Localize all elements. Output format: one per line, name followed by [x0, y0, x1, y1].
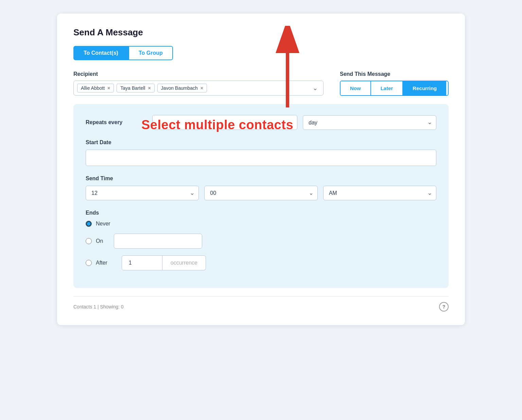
ampm-select-wrapper: AMPM: [323, 186, 436, 200]
ends-label: Ends: [86, 210, 436, 216]
ends-on-row: On: [86, 234, 436, 249]
send-this-label: Send This Message: [340, 71, 449, 77]
arrow-svg: [274, 26, 301, 114]
day-select[interactable]: day week month year: [303, 115, 436, 130]
after-occurrences-input[interactable]: [122, 255, 162, 270]
recipient-dropdown-arrow[interactable]: ⌄: [311, 83, 320, 93]
tab-to-contacts[interactable]: To Contact(s): [73, 46, 128, 60]
send-time-label: Send Time: [86, 175, 436, 182]
start-date-input[interactable]: [86, 150, 436, 166]
ends-never-row: Never: [86, 221, 436, 227]
tag-taya-name: Taya Bartell: [120, 85, 145, 91]
send-timing-buttons: Now Later Recurring: [340, 81, 449, 96]
footer-page-info: Contacts 1 | Showing: 0: [73, 304, 124, 309]
timing-recurring[interactable]: Recurring: [403, 81, 446, 95]
ampm-select[interactable]: AMPM: [323, 186, 436, 200]
tag-taya-close[interactable]: ×: [148, 85, 151, 91]
tag-javon: Javon Baumbach ×: [157, 84, 207, 93]
send-time-group: Send Time 12123 4567 891011 00051015 202…: [86, 175, 436, 200]
recipient-input-row[interactable]: Allie Abbott × Taya Bartell × Javon Baum…: [73, 81, 324, 96]
ends-never-label[interactable]: Never: [96, 221, 110, 227]
recipient-label: Recipient: [73, 71, 324, 77]
tag-allie-name: Allie Abbott: [81, 85, 105, 91]
send-time-row: 12123 4567 891011 00051015 20253035 4045…: [86, 186, 436, 200]
tag-allie-close[interactable]: ×: [107, 85, 110, 91]
minute-select-wrapper: 00051015 20253035 40455055: [204, 186, 317, 200]
repeats-every-input[interactable]: [152, 115, 297, 130]
page-title: Send A Message: [73, 27, 449, 38]
ends-never-radio[interactable]: [86, 221, 92, 227]
start-date-group: Start Date: [86, 139, 436, 166]
timing-now[interactable]: Now: [341, 81, 371, 95]
ends-after-radio[interactable]: [86, 260, 92, 266]
occurrence-input-row: occurrence: [122, 255, 206, 270]
ends-on-radio[interactable]: [86, 238, 92, 244]
main-card: Send A Message To Contact(s) To Group Re…: [57, 14, 465, 325]
tag-allie: Allie Abbott ×: [77, 84, 114, 93]
help-icon[interactable]: ?: [439, 302, 449, 312]
tab-buttons: To Contact(s) To Group: [73, 46, 449, 60]
start-date-label: Start Date: [86, 139, 436, 146]
repeats-every-row: Repeats every day week month year: [86, 115, 436, 130]
repeats-every-group: Repeats every day week month year: [86, 115, 436, 130]
tab-to-group[interactable]: To Group: [128, 46, 173, 60]
hour-select-wrapper: 12123 4567 891011: [86, 186, 199, 200]
hour-select[interactable]: 12123 4567 891011: [86, 186, 199, 200]
tag-taya: Taya Bartell ×: [117, 84, 154, 93]
ends-section: Ends Never On After occurrence: [86, 210, 436, 270]
day-select-wrapper: day week month year: [303, 115, 436, 130]
ends-on-label[interactable]: On: [96, 238, 103, 244]
send-this-section: Send This Message Now Later Recurring: [340, 71, 449, 96]
top-row: Recipient Allie Abbott × Taya Bartell × …: [73, 71, 449, 96]
tag-javon-name: Javon Baumbach: [161, 85, 198, 91]
ends-after-row: After occurrence: [86, 255, 436, 270]
minute-select[interactable]: 00051015 20253035 40455055: [204, 186, 317, 200]
tag-javon-close[interactable]: ×: [201, 85, 203, 91]
recurring-panel: Repeats every day week month year Start …: [73, 104, 449, 288]
recipient-section: Recipient Allie Abbott × Taya Bartell × …: [73, 71, 324, 96]
repeats-every-label: Repeats every: [86, 119, 147, 125]
footer-bar: Contacts 1 | Showing: 0 ?: [73, 296, 449, 312]
timing-later[interactable]: Later: [371, 81, 403, 95]
ends-on-date-input[interactable]: [114, 234, 202, 249]
occurrence-label: occurrence: [162, 255, 206, 270]
ends-after-label[interactable]: After: [96, 260, 107, 266]
